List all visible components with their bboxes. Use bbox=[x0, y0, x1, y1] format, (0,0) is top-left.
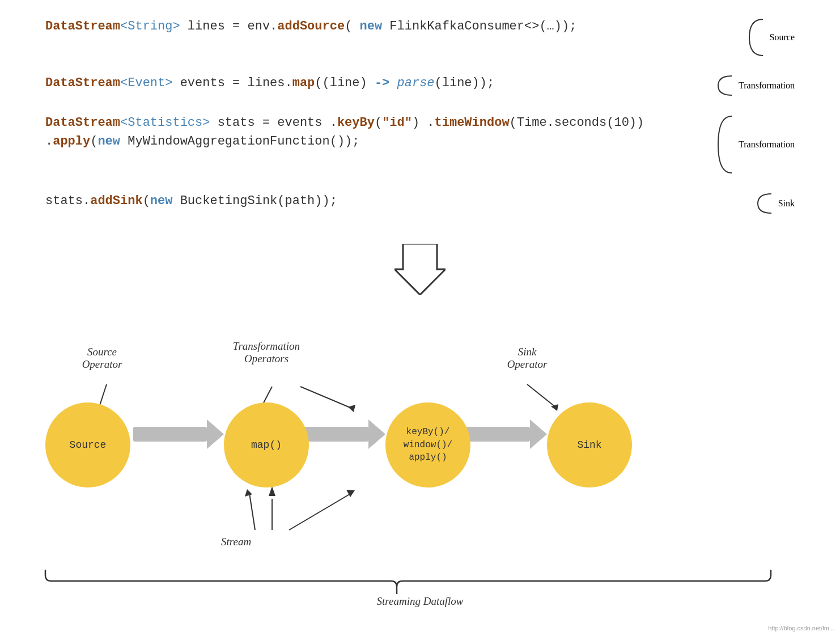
svg-rect-1 bbox=[133, 427, 207, 442]
code-plain-3: ((line) bbox=[315, 76, 375, 90]
svg-line-7 bbox=[99, 384, 107, 407]
brace-source-svg bbox=[747, 17, 764, 58]
svg-line-17 bbox=[249, 493, 255, 530]
svg-marker-0 bbox=[394, 244, 446, 295]
svg-line-11 bbox=[300, 387, 351, 408]
code-row-transform1: DataStream<Event> events = lines.map((li… bbox=[45, 74, 795, 97]
code-plain-8: ) bbox=[412, 116, 419, 130]
svg-marker-6 bbox=[530, 419, 547, 449]
code-type-string: <String> bbox=[120, 19, 180, 33]
code-content-source: DataStream<String> lines = env.addSource… bbox=[45, 17, 730, 36]
brace-source: Source bbox=[747, 17, 795, 58]
brace-transform1-svg bbox=[716, 74, 733, 97]
code-plain-2: events = lines. bbox=[172, 76, 292, 90]
code-line-6: .timeWindow(Time.seconds(10)) bbox=[427, 116, 644, 130]
svg-marker-18 bbox=[245, 489, 252, 497]
sink-label: Sink bbox=[778, 198, 795, 209]
code-paren-1: ( bbox=[345, 19, 352, 33]
code-new-2: new bbox=[97, 134, 120, 149]
svg-marker-14 bbox=[551, 404, 558, 411]
code-line-2: new FlinkKafkaConsumer<>(…)); bbox=[360, 19, 577, 33]
sink-node: Sink bbox=[547, 402, 632, 487]
keyby-node: keyBy()/window()/apply() bbox=[385, 402, 470, 487]
map-node: map() bbox=[224, 402, 309, 487]
streaming-dataflow-label: Streaming Dataflow bbox=[0, 595, 840, 608]
code-plain-10: ( bbox=[90, 134, 97, 149]
code-string-id: "id" bbox=[382, 116, 412, 130]
svg-marker-2 bbox=[207, 419, 224, 449]
watermark: http://blog.csdn.net/lm... bbox=[768, 625, 834, 631]
code-plain-12: ( bbox=[143, 194, 150, 208]
code-method-map: map bbox=[292, 76, 315, 90]
source-node-label: Source bbox=[70, 439, 107, 451]
map-node-label: map() bbox=[251, 439, 282, 451]
code-content-transform1: DataStream<Event> events = lines.map((li… bbox=[45, 74, 699, 92]
code-method-addsource: addSource bbox=[277, 19, 345, 33]
down-arrow-container bbox=[394, 244, 446, 297]
code-plain-5: (line)); bbox=[435, 76, 495, 90]
code-italic-parse: parse bbox=[397, 76, 435, 90]
code-kafka: FlinkKafkaConsumer<>(…)); bbox=[382, 19, 576, 33]
svg-marker-16 bbox=[269, 486, 275, 496]
code-method-addsink: addSink bbox=[90, 194, 142, 208]
svg-marker-4 bbox=[368, 419, 385, 449]
code-plain-4 bbox=[389, 76, 397, 90]
code-line-4: DataStream<Statistics> stats = events bbox=[45, 116, 330, 130]
code-datastream-2: DataStream bbox=[45, 76, 120, 90]
code-plain-11: MyWindowAggregationFunction()); bbox=[120, 134, 359, 149]
code-method-apply: apply bbox=[53, 134, 90, 149]
code-arrow: -> bbox=[375, 76, 389, 90]
code-section: DataStream<String> lines = env.addSource… bbox=[45, 17, 795, 232]
code-plain-9: (Time.seconds(10)) bbox=[510, 116, 644, 130]
keyby-node-label: keyBy()/window()/apply() bbox=[404, 426, 452, 464]
code-line-8: stats.addSink(new BucketingSink(path)); bbox=[45, 194, 337, 208]
code-row-transform2: DataStream<Statistics> stats = events .k… bbox=[45, 113, 795, 176]
brace-transform1: Transformation bbox=[716, 74, 795, 97]
brace-sink: Sink bbox=[756, 192, 795, 215]
code-datastream-1: DataStream bbox=[45, 19, 120, 33]
code-indent-3: . bbox=[427, 116, 434, 130]
brace-transform2-svg bbox=[716, 113, 733, 176]
stream-label: Stream bbox=[221, 536, 251, 548]
code-new-3: new bbox=[150, 194, 173, 208]
code-row-source: DataStream<String> lines = env.addSource… bbox=[45, 17, 795, 58]
code-plain-7: ( bbox=[375, 116, 382, 130]
source-label: Source bbox=[770, 32, 795, 43]
brace-sink-svg bbox=[756, 192, 773, 215]
code-line-5: .keyBy("id") bbox=[330, 116, 427, 130]
svg-line-19 bbox=[289, 493, 351, 530]
code-new-1: new bbox=[360, 19, 383, 33]
down-arrow-svg bbox=[394, 244, 446, 295]
code-plain-1: lines = env. bbox=[180, 19, 278, 33]
sink-operator-label: SinkOperator bbox=[493, 346, 561, 371]
code-type-event: <Event> bbox=[120, 76, 172, 90]
code-line-1: DataStream<String> lines = env.addSource… bbox=[45, 19, 360, 33]
code-plain-13: BucketingSink(path)); bbox=[172, 194, 337, 208]
code-line-3: DataStream<Event> events = lines.map((li… bbox=[45, 76, 494, 90]
svg-rect-5 bbox=[462, 427, 530, 442]
code-type-stats: <Statistics> bbox=[120, 116, 210, 130]
svg-marker-12 bbox=[348, 405, 355, 412]
code-method-keyby: keyBy bbox=[337, 116, 375, 130]
svg-rect-3 bbox=[300, 427, 368, 442]
sink-node-label: Sink bbox=[577, 439, 601, 451]
code-line-7: .apply(new MyWindowAggregationFunction()… bbox=[45, 134, 360, 149]
code-indent-2: . bbox=[330, 116, 337, 130]
transform-operators-label: TransformationOperators bbox=[221, 340, 312, 365]
source-node: Source bbox=[45, 402, 130, 487]
code-datastream-3: DataStream bbox=[45, 116, 120, 130]
code-row-sink: stats.addSink(new BucketingSink(path)); … bbox=[45, 192, 795, 215]
brace-transform2: Transformation bbox=[716, 113, 795, 176]
code-method-timewindow: timeWindow bbox=[435, 116, 510, 130]
diagram-section: SourceOperator TransformationOperators S… bbox=[0, 334, 840, 636]
code-stats: stats. bbox=[45, 194, 90, 208]
source-operator-label: SourceOperator bbox=[68, 346, 136, 371]
svg-line-13 bbox=[527, 384, 555, 407]
code-content-sink: stats.addSink(new BucketingSink(path)); bbox=[45, 192, 739, 210]
transformation2-label: Transformation bbox=[739, 139, 795, 150]
code-indent-4: . bbox=[45, 134, 53, 149]
code-plain-6: stats = events bbox=[210, 116, 322, 130]
code-content-transform2: DataStream<Statistics> stats = events .k… bbox=[45, 113, 699, 151]
transformation1-label: Transformation bbox=[739, 80, 795, 91]
